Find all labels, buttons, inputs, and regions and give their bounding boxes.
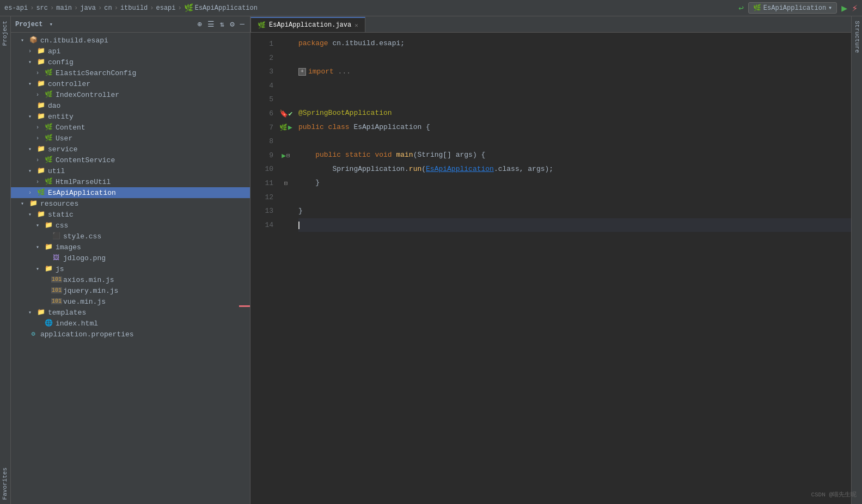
folder-icon: 📁 — [28, 199, 38, 208]
fold-close-icon-line11: ⊟ — [284, 180, 288, 187]
gutter-line-11[interactable]: ⊟ — [284, 176, 288, 190]
tree-item-templates[interactable]: ▾ 📁 templates — [11, 307, 250, 318]
breadcrumb-java[interactable]: java — [80, 4, 96, 12]
tree-label: axios.min.js — [63, 276, 114, 284]
panel-title: Project — [15, 20, 42, 28]
right-sidebar-tabs: Structure — [851, 16, 862, 504]
folder-icon: 📁 — [36, 308, 46, 317]
tree-label: vue.min.js — [63, 298, 106, 306]
breadcrumb-cn[interactable]: cn — [104, 4, 112, 12]
panel-action-sort[interactable]: ⇅ — [219, 19, 225, 30]
arrow-icon: › — [36, 136, 44, 142]
gutter-line-6[interactable]: 🔖 ✔ — [279, 107, 293, 121]
sidebar-tab-structure[interactable]: Structure — [852, 16, 862, 57]
tree-item-jquery[interactable]: 101 jquery.min.js — [11, 285, 250, 296]
sidebar-tab-project[interactable]: Project — [0, 16, 10, 50]
tree-item-esapiapplication[interactable]: › 🌿 EsApiApplication — [11, 187, 250, 198]
tree-item-service[interactable]: ▾ 📁 service — [11, 144, 250, 155]
tree-label: templates — [48, 309, 86, 317]
tree-item-css-folder[interactable]: ▾ 📁 css — [11, 220, 250, 231]
tree-item-config[interactable]: ▾ 📁 config — [11, 57, 250, 67]
tree-item-dao[interactable]: 📁 dao — [11, 100, 250, 111]
spring-icon-breadcrumb: 🌿 — [184, 3, 193, 13]
tab-close-button[interactable]: ✕ — [354, 22, 358, 29]
tree-item-app-props[interactable]: ⚙ application.properties — [11, 329, 250, 340]
css-file-icon: ⬛ — [51, 232, 61, 241]
tree-item-indexcontroller[interactable]: › 🌿 IndexController — [11, 89, 250, 100]
code-line-8 — [298, 134, 851, 149]
tree-item-util[interactable]: ▾ 📁 util — [11, 165, 250, 176]
arrow-icon: ▾ — [28, 146, 36, 152]
tree-item-vue[interactable]: 101 vue.min.js — [11, 296, 250, 307]
arrow-icon: ▾ — [28, 113, 36, 120]
debug-button[interactable]: ⚡ — [852, 2, 858, 14]
run-config-label: EsApiApplication — [763, 4, 826, 12]
run-button[interactable]: ▶ — [841, 2, 847, 14]
code-line-10: SpringApplication.run(EsApiApplication.c… — [298, 162, 851, 176]
back-button[interactable]: ↩ — [738, 3, 744, 14]
tree-item-images[interactable]: ▾ 📁 images — [11, 242, 250, 253]
fold-icon-import[interactable]: + — [298, 68, 306, 76]
tree-item-contentservice[interactable]: › 🌿 ContentService — [11, 155, 250, 165]
tree-item-user[interactable]: › 🌿 User — [11, 133, 250, 144]
tree-item-jdlogo[interactable]: 🖼 jdlogo.png — [11, 253, 250, 263]
tree-item-static[interactable]: ▾ 📁 static — [11, 209, 250, 220]
tab-esapi-application[interactable]: 🌿 EsApiApplication.java ✕ — [250, 17, 365, 32]
tree-item-index-html[interactable]: 🌐 index.html — [11, 318, 250, 329]
tree-item-package[interactable]: ▾ 📦 cn.itbuild.esapi — [11, 35, 250, 46]
tree-item-content[interactable]: › 🌿 Content — [11, 122, 250, 133]
code-line-12 — [298, 190, 851, 205]
js-file-icon: 101 — [51, 286, 61, 295]
panel-header: Project ▾ ⊕ ☰ ⇅ ⚙ — — [11, 16, 250, 33]
run-config-icon: 🌿 — [753, 4, 761, 12]
tree-item-js-folder[interactable]: ▾ 📁 js — [11, 263, 250, 274]
java-spring-icon: 🌿 — [44, 134, 53, 143]
code-line-14[interactable] — [298, 218, 851, 232]
tree-item-axios[interactable]: 101 axios.min.js — [11, 274, 250, 285]
tree-label: images — [56, 243, 81, 251]
gutter-line-9[interactable]: ▶ ⊟ — [282, 149, 290, 163]
tree-item-style-css[interactable]: ⬛ style.css — [11, 231, 250, 242]
arrow-icon: › — [28, 190, 36, 196]
tree-item-api[interactable]: › 📁 api — [11, 46, 250, 57]
text-cursor — [298, 222, 299, 229]
panel-action-settings[interactable]: ⚙ — [229, 19, 235, 30]
folder-icon: 📁 — [44, 265, 53, 273]
js-file-icon: 101 — [51, 275, 61, 284]
breadcrumb-esapi2[interactable]: esapi — [156, 4, 176, 12]
file-tree: ▾ 📦 cn.itbuild.esapi › 📁 api ▾ 📁 config — [11, 33, 250, 504]
breadcrumb-src[interactable]: src — [36, 4, 48, 12]
code-line-13: } — [298, 204, 851, 218]
tree-item-resources[interactable]: ▾ 📁 resources — [11, 198, 250, 209]
panel-action-collapse[interactable]: ☰ — [206, 19, 216, 30]
tree-label: resources — [40, 200, 78, 208]
run-config-selector[interactable]: 🌿 EsApiApplication ▾ — [748, 2, 837, 14]
arrow-icon: ▾ — [28, 211, 36, 218]
main-layout: Project Favorites Project ▾ ⊕ ☰ ⇅ ⚙ — ▾ … — [0, 16, 862, 504]
breadcrumb-class[interactable]: EsApiApplication — [195, 4, 258, 12]
tree-label: util — [48, 167, 65, 175]
arrow-icon: › — [28, 48, 36, 54]
java-spring-icon: 🌿 — [36, 188, 46, 197]
tree-item-controller[interactable]: ▾ 📁 controller — [11, 78, 250, 89]
run-icon-line9: ▶ — [282, 151, 286, 160]
breadcrumb-esapi[interactable]: es-api — [4, 4, 28, 12]
panel-action-minimize[interactable]: — — [239, 19, 246, 30]
gutter-line-7[interactable]: 🌿 ▶ — [279, 121, 292, 135]
tree-item-entity[interactable]: ▾ 📁 entity — [11, 111, 250, 122]
tree-item-htmlparseutil[interactable]: › 🌿 HtmlParseUtil — [11, 176, 250, 187]
tree-label: style.css — [63, 232, 101, 241]
tree-item-elastic[interactable]: › 🌿 ElasticSearchConfig — [11, 67, 250, 78]
code-line-4 — [298, 79, 851, 93]
breadcrumb-main[interactable]: main — [56, 4, 72, 12]
code-content[interactable]: package cn.itbuild.esapi; +import ... @S… — [294, 33, 851, 504]
panel-dropdown-arrow[interactable]: ▾ — [49, 21, 53, 28]
arrow-icon: ▾ — [36, 244, 44, 250]
spring-run-icon-line7: 🌿 — [279, 124, 288, 132]
tree-label: jquery.min.js — [63, 287, 118, 295]
sidebar-tab-favorites[interactable]: Favorites — [0, 463, 10, 504]
panel-action-add[interactable]: ⊕ — [196, 19, 203, 30]
tree-label: js — [56, 265, 64, 273]
breadcrumb-itbuild[interactable]: itbuild — [120, 4, 148, 12]
tree-label: ContentService — [56, 156, 115, 164]
